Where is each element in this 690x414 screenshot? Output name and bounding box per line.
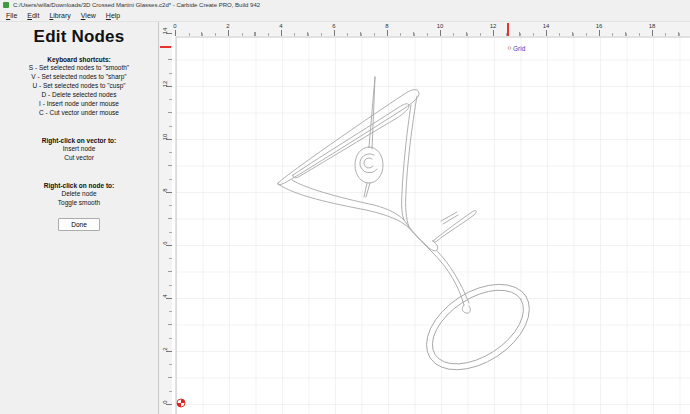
stock-edge-marker-y [160, 46, 171, 48]
title-bar: C:/Users/willa/Downloads/3D Crossed Mart… [0, 0, 690, 10]
ruler-horizontal: 0 2 4 6 8 10 12 14 16 18 [160, 22, 690, 36]
vector-insert-node: Insert node [0, 144, 158, 153]
node-heading: Right-click on node to: [0, 182, 158, 189]
menu-bar: File Edit Library View Help [0, 10, 690, 22]
vector-cut-vector: Cut vector [0, 153, 158, 162]
vector-heading: Right-click on vector to: [0, 137, 158, 144]
ruler-h-label: 14 [540, 23, 552, 29]
edit-nodes-panel: Edit Nodes Keyboard shortcuts: S - Set s… [0, 22, 159, 414]
shortcut-sharp: V - Set selected nodes to "sharp" [0, 72, 158, 81]
menu-view[interactable]: View [81, 12, 96, 19]
ruler-h-label: 16 [593, 23, 605, 29]
ruler-v-label: 4 [162, 290, 168, 302]
window-title: C:/Users/willa/Downloads/3D Crossed Mart… [13, 0, 260, 10]
ruler-h-label: 6 [328, 23, 340, 29]
ruler-h-label: 2 [222, 23, 234, 29]
ruler-v-label: 10 [162, 131, 168, 143]
shortcut-cut: C - Cut vector under mouse [0, 108, 158, 117]
ruler-h-label: 10 [434, 23, 446, 29]
menu-file[interactable]: File [6, 12, 17, 19]
page-title: Edit Nodes [0, 27, 158, 47]
ruler-h-label: 4 [275, 23, 287, 29]
ruler-h-label: 12 [487, 23, 499, 29]
ruler-v-label: 0 [162, 396, 168, 408]
ruler-v-label: 14 [162, 25, 168, 37]
ruler-v-label: 8 [162, 184, 168, 196]
node-delete-node: Delete node [0, 189, 158, 198]
shortcut-cusp: U - Set selected nodes to "cusp" [0, 81, 158, 90]
origin-marker-icon [177, 399, 185, 407]
grid-label-text: Grid [513, 45, 526, 52]
shortcut-smooth: S - Set selected nodes to "smooth" [0, 63, 158, 72]
stock-edge-marker-x [507, 23, 509, 36]
done-button[interactable]: Done [58, 218, 100, 231]
ruler-h-label: 18 [646, 23, 658, 29]
grid-background [176, 37, 690, 414]
menu-library[interactable]: Library [49, 12, 70, 19]
menu-help[interactable]: Help [106, 12, 120, 19]
design-canvas[interactable]: Grid [172, 36, 690, 414]
node-toggle-smooth: Toggle smooth [0, 198, 158, 207]
menu-edit[interactable]: Edit [27, 12, 39, 19]
shortcut-insert: I - Insert node under mouse [0, 99, 158, 108]
ruler-vertical: 14 12 10 8 6 4 2 0 [160, 22, 172, 414]
ruler-v-label: 12 [162, 78, 168, 90]
shortcut-delete: D - Delete selected nodes [0, 90, 158, 99]
ruler-h-label: 8 [381, 23, 393, 29]
ruler-v-label: 6 [162, 237, 168, 249]
app-icon [3, 2, 9, 8]
shortcuts-heading: Keyboard shortcuts: [0, 56, 158, 63]
ruler-v-label: 2 [162, 343, 168, 355]
